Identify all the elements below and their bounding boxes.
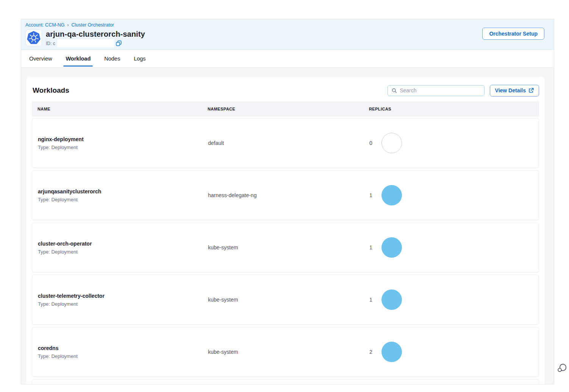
- workload-namespace: harness-delegate-ng: [202, 192, 364, 198]
- column-header-name: NAME: [32, 107, 202, 111]
- tab-workload[interactable]: Workload: [63, 50, 93, 67]
- replica-status-circle: [381, 237, 402, 258]
- page-title: arjun-qa-clusterorch-sanity: [46, 30, 145, 39]
- workload-namespace: kube-system: [202, 349, 364, 355]
- workload-type: Type: Deployment: [38, 301, 202, 307]
- table-row[interactable]: coredns Type: Deployment kube-system 2: [32, 327, 539, 377]
- replica-status-circle: [381, 133, 402, 153]
- replica-status-circle: [381, 289, 402, 310]
- search-box[interactable]: [388, 85, 485, 96]
- table-header-row: NAME NAMESPACE REPLICAS: [32, 101, 539, 117]
- replica-count: 2: [369, 349, 373, 355]
- workloads-card: Workloads View Details: [26, 77, 545, 384]
- page-body: Workloads View Details: [21, 68, 554, 384]
- breadcrumb-chevron-icon: ›: [67, 22, 69, 28]
- column-header-namespace: NAMESPACE: [202, 107, 363, 111]
- view-details-button[interactable]: View Details: [490, 85, 539, 96]
- table-row[interactable]: arjunqasanityclusterorch Type: Deploymen…: [32, 170, 539, 220]
- column-header-replicas: REPLICAS: [363, 107, 539, 111]
- kubernetes-logo-badge: [25, 30, 42, 46]
- workload-name: cluster-telemetry-collector: [38, 293, 202, 299]
- search-input[interactable]: [400, 87, 480, 93]
- copy-icon[interactable]: [116, 40, 122, 46]
- cluster-id-label: ID: c: [46, 41, 55, 46]
- workloads-title: Workloads: [33, 86, 69, 95]
- cluster-id-row: ID: c: [46, 39, 145, 47]
- workload-name: cluster-orch-operator: [38, 241, 202, 247]
- replica-count: 0: [369, 140, 373, 146]
- replica-status-circle: [381, 342, 402, 362]
- workloads-card-header: Workloads View Details: [32, 82, 539, 101]
- replica-count: 1: [369, 244, 373, 250]
- orchestrator-setup-button[interactable]: Orchestrator Setup: [482, 28, 544, 40]
- search-icon: [392, 88, 397, 93]
- breadcrumb-account-link[interactable]: Account: CCM-NG: [25, 22, 65, 28]
- table-row-partial[interactable]: [32, 379, 539, 384]
- tab-logs[interactable]: Logs: [131, 50, 148, 67]
- workload-type: Type: Deployment: [38, 353, 202, 359]
- chat-help-button[interactable]: [556, 363, 567, 373]
- chat-bubbles-icon: [556, 363, 567, 373]
- workload-namespace: kube-system: [202, 244, 364, 250]
- view-details-label: View Details: [495, 87, 526, 93]
- workload-name: coredns: [38, 345, 202, 351]
- table-row[interactable]: nginx-deployment Type: Deployment defaul…: [32, 118, 539, 168]
- table-row[interactable]: cluster-orch-operator Type: Deployment k…: [32, 222, 539, 272]
- breadcrumb: Account: CCM-NG › Cluster Orchestrator: [25, 22, 545, 28]
- replica-status-circle: [381, 185, 402, 205]
- table-row[interactable]: cluster-telemetry-collector Type: Deploy…: [32, 275, 539, 325]
- workload-name: arjunqasanityclusterorch: [38, 188, 202, 194]
- breadcrumb-section-link[interactable]: Cluster Orchestrator: [72, 22, 114, 28]
- workloads-table-body: nginx-deployment Type: Deployment defaul…: [32, 118, 539, 384]
- workload-type: Type: Deployment: [38, 197, 202, 202]
- kubernetes-icon: [27, 31, 41, 45]
- app-window: Account: CCM-NG › Cluster Orchestrator: [21, 19, 554, 384]
- page-header: Account: CCM-NG › Cluster Orchestrator: [21, 19, 554, 50]
- workload-name: nginx-deployment: [38, 136, 202, 142]
- workload-type: Type: Deployment: [38, 249, 202, 255]
- replica-count: 1: [369, 192, 373, 198]
- replica-count: 1: [369, 297, 373, 303]
- tab-bar: Overview Workload Nodes Logs: [21, 50, 554, 68]
- tab-overview[interactable]: Overview: [27, 50, 54, 67]
- external-link-icon: [528, 88, 534, 93]
- tab-nodes[interactable]: Nodes: [102, 50, 122, 67]
- workload-namespace: kube-system: [202, 297, 364, 303]
- cluster-id-redacted-value: [57, 39, 114, 47]
- workload-namespace: default: [202, 140, 364, 146]
- cluster-title-row: arjun-qa-clusterorch-sanity ID: c: [25, 30, 545, 47]
- workload-type: Type: Deployment: [38, 145, 202, 150]
